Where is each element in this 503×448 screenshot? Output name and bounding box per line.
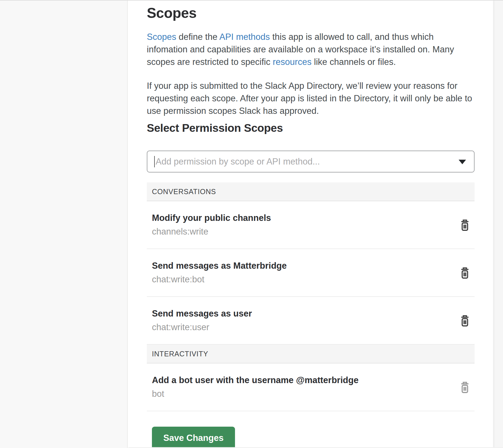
scope-item-code: chat:write:user xyxy=(152,322,449,333)
scope-search-placeholder: Add permission by scope or API method... xyxy=(156,157,320,167)
window-top-border xyxy=(0,0,503,1)
intro-text-segment: define the xyxy=(176,32,219,42)
inline-link[interactable]: Scopes xyxy=(147,32,176,42)
left-sidebar xyxy=(0,0,128,448)
right-scroll-gutter[interactable] xyxy=(493,0,503,448)
intro-paragraph-1: Scopes define the API methods this app i… xyxy=(147,31,475,68)
scope-item: Send messages as Matterbridgechat:write:… xyxy=(147,249,475,297)
remove-scope-button[interactable] xyxy=(458,313,472,328)
text-cursor xyxy=(154,156,155,167)
inline-link[interactable]: API methods xyxy=(219,32,270,42)
intro-text-segment: like channels or files. xyxy=(312,57,396,67)
trash-icon-glyph xyxy=(460,219,470,231)
remove-scope-button[interactable] xyxy=(458,265,472,280)
scope-search-select[interactable]: Add permission by scope or API method... xyxy=(147,151,475,172)
trash-icon-glyph xyxy=(460,381,470,394)
remove-scope-button[interactable] xyxy=(458,379,472,395)
remove-scope-button[interactable] xyxy=(458,217,472,233)
inline-link[interactable]: resources xyxy=(273,57,312,67)
scope-item-title: Send messages as user xyxy=(152,308,449,319)
page-title: Scopes xyxy=(147,5,475,22)
scope-item-title: Add a bot user with the username @matter… xyxy=(152,375,449,386)
scopes-panel: Scopes Scopes define the API methods thi… xyxy=(128,0,493,448)
scope-item: Send messages as userchat:write:user xyxy=(147,297,475,345)
save-changes-button[interactable]: Save Changes xyxy=(152,427,235,448)
trash-icon-glyph xyxy=(460,314,470,327)
scope-item-code: bot xyxy=(152,389,449,399)
select-permission-scopes-heading: Select Permission Scopes xyxy=(147,121,475,135)
scope-section-header: CONVERSATIONS xyxy=(147,182,475,201)
scope-item: Modify your public channelschannels:writ… xyxy=(147,201,475,249)
scope-item-code: chat:write:bot xyxy=(152,274,449,285)
scope-section-header: INTERACTIVITY xyxy=(147,345,475,363)
scope-item-title: Send messages as Matterbridge xyxy=(152,260,449,271)
caret-down-icon[interactable] xyxy=(459,160,466,164)
scope-item-code: channels:write xyxy=(152,226,449,237)
intro-paragraph-2: If your app is submitted to the Slack Ap… xyxy=(147,80,475,117)
scopes-list: CONVERSATIONSModify your public channels… xyxy=(147,182,475,411)
scope-item-title: Modify your public channels xyxy=(152,213,449,223)
scope-item: Add a bot user with the username @matter… xyxy=(147,363,475,411)
trash-icon-glyph xyxy=(460,266,470,279)
